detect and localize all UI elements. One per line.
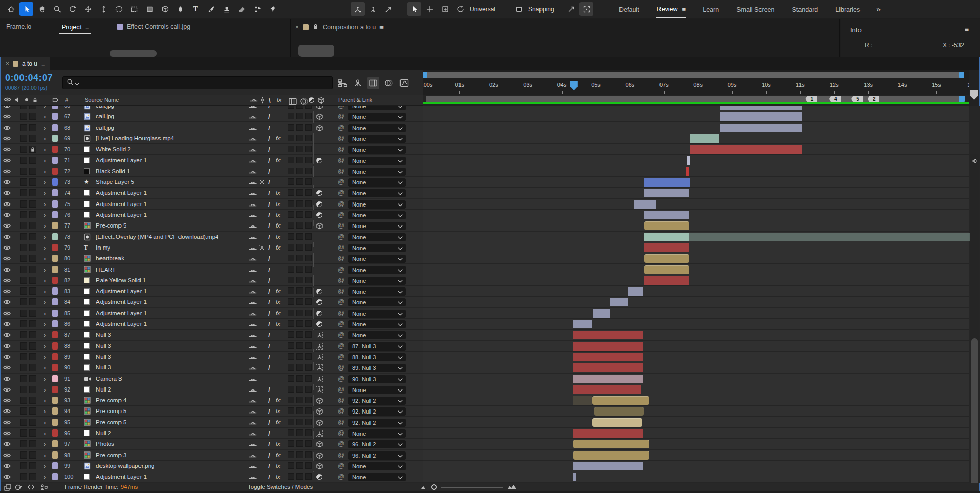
layer-row[interactable]: ›85Adjustment Layer 1/fx@None bbox=[1, 308, 423, 319]
pan-under-cursor-tool[interactable] bbox=[366, 2, 380, 16]
layer-name[interactable]: Null 2 bbox=[96, 428, 111, 438]
layer-switch-badge[interactable] bbox=[313, 133, 325, 144]
switch-cell[interactable] bbox=[288, 211, 294, 218]
shy-toggle[interactable] bbox=[249, 122, 257, 133]
layer-label-swatch[interactable] bbox=[52, 275, 58, 285]
quality-toggle[interactable]: / bbox=[268, 450, 270, 460]
fx-toggle[interactable]: fx bbox=[276, 461, 281, 471]
parent-dropdown[interactable]: 90. Null 3 bbox=[348, 375, 406, 383]
layer-duration-bar[interactable] bbox=[686, 167, 689, 176]
switch-cell[interactable] bbox=[296, 157, 303, 163]
fx-toggle[interactable]: fx bbox=[276, 297, 281, 307]
layer-visibility-toggle[interactable] bbox=[3, 471, 11, 482]
quality-toggle[interactable]: / bbox=[268, 395, 270, 405]
shy-toggle[interactable] bbox=[249, 144, 257, 154]
close-icon[interactable]: × bbox=[6, 60, 9, 67]
layer-visibility-toggle[interactable] bbox=[3, 275, 11, 285]
layer-visibility-toggle[interactable] bbox=[3, 428, 11, 438]
layer-duration-bar[interactable] bbox=[593, 309, 610, 318]
switch-cell[interactable] bbox=[296, 375, 303, 382]
shy-toggle[interactable] bbox=[249, 352, 257, 362]
shy-toggle[interactable] bbox=[249, 297, 257, 307]
pan-behind-tool[interactable] bbox=[81, 2, 95, 16]
switch-cell[interactable] bbox=[296, 397, 303, 403]
quality-toggle[interactable]: / bbox=[268, 384, 270, 395]
layer-visibility-toggle[interactable] bbox=[3, 297, 11, 307]
pen-tool[interactable] bbox=[173, 2, 187, 16]
switch-cell[interactable] bbox=[296, 331, 303, 338]
switch-cell[interactable] bbox=[296, 211, 303, 218]
shy-toggle[interactable] bbox=[249, 341, 257, 351]
layer-lane[interactable] bbox=[423, 461, 969, 471]
parent-dropdown[interactable]: None bbox=[348, 222, 406, 230]
comp-marker[interactable]: 2 bbox=[868, 95, 879, 102]
layer-expand-arrow[interactable]: › bbox=[44, 144, 46, 154]
layer-switch-badge[interactable] bbox=[313, 308, 325, 319]
switch-cell[interactable] bbox=[305, 266, 312, 273]
audio-toggle-cell[interactable] bbox=[20, 397, 27, 404]
switch-cell[interactable] bbox=[288, 157, 294, 163]
shy-toggle[interactable] bbox=[249, 439, 257, 449]
switch-cell[interactable] bbox=[296, 386, 303, 393]
layer-lane[interactable] bbox=[423, 352, 969, 362]
layer-expand-arrow[interactable]: › bbox=[44, 166, 46, 176]
parent-dropdown[interactable]: 89. Null 3 bbox=[348, 364, 406, 372]
layer-row[interactable]: ›99desktop wallpaper.png/fx@None bbox=[1, 461, 423, 471]
parent-pickwhip-icon[interactable]: @ bbox=[338, 352, 344, 362]
switch-cell[interactable] bbox=[305, 342, 312, 349]
layer-switch-badge[interactable] bbox=[313, 319, 325, 330]
layer-switch-badge[interactable] bbox=[313, 297, 325, 307]
layer-expand-arrow[interactable]: › bbox=[44, 450, 46, 460]
navigator-start-handle[interactable] bbox=[423, 72, 427, 78]
layer-name[interactable]: Adjustment Layer 1 bbox=[96, 308, 147, 318]
audio-toggle-cell[interactable] bbox=[20, 451, 27, 459]
audio-toggle-cell[interactable] bbox=[20, 211, 27, 218]
layer-label-swatch[interactable] bbox=[52, 330, 58, 340]
lock-toggle-cell[interactable] bbox=[29, 462, 36, 469]
switch-cell[interactable] bbox=[288, 397, 294, 403]
timeline-tab[interactable]: × a to u ≡ bbox=[1, 57, 50, 70]
quality-toggle[interactable]: / bbox=[268, 188, 270, 198]
layer-expand-arrow[interactable]: › bbox=[44, 417, 46, 427]
quality-toggle[interactable]: / bbox=[268, 341, 270, 351]
layer-visibility-toggle[interactable] bbox=[3, 374, 11, 384]
layer-visibility-toggle[interactable] bbox=[3, 352, 11, 362]
lock-toggle-cell[interactable] bbox=[29, 473, 36, 480]
layer-switch-badge[interactable] bbox=[313, 210, 325, 220]
layer-row[interactable]: ›97Photos/fx@96. Null 2 bbox=[1, 439, 423, 449]
layer-expand-arrow[interactable]: › bbox=[44, 199, 46, 209]
layer-visibility-toggle[interactable] bbox=[3, 461, 11, 471]
switch-cell[interactable] bbox=[305, 386, 312, 393]
layer-row[interactable]: ›79TIn my/fx@None bbox=[1, 242, 423, 253]
layer-switch-badge[interactable] bbox=[313, 461, 325, 471]
shy-toggle[interactable] bbox=[249, 133, 257, 143]
parent-pickwhip-icon[interactable]: @ bbox=[338, 133, 344, 143]
quality-toggle[interactable]: / bbox=[268, 144, 270, 154]
workspace-tab-standard[interactable]: Standard bbox=[791, 2, 819, 17]
layer-row[interactable]: ›88Null 3/@87. Null 3 bbox=[1, 341, 423, 352]
switch-cell[interactable] bbox=[305, 298, 312, 305]
layer-visibility-toggle[interactable] bbox=[3, 188, 11, 198]
audio-toggle-cell[interactable] bbox=[20, 178, 27, 186]
parent-pickwhip-icon[interactable]: @ bbox=[338, 428, 344, 438]
layer-label-swatch[interactable] bbox=[52, 199, 58, 209]
layer-switch-badge[interactable] bbox=[313, 384, 325, 395]
parent-dropdown[interactable]: None bbox=[348, 157, 406, 165]
layer-name[interactable]: call.jpg bbox=[96, 122, 114, 133]
quality-toggle[interactable]: / bbox=[268, 286, 270, 296]
switch-cell[interactable] bbox=[296, 287, 303, 294]
lock-toggle-cell[interactable] bbox=[29, 178, 36, 186]
layer-switch-badge[interactable] bbox=[313, 155, 325, 166]
layer-lane[interactable] bbox=[423, 417, 969, 428]
parent-dropdown[interactable]: None bbox=[348, 320, 406, 328]
fx-toggle[interactable]: fx bbox=[276, 133, 281, 143]
layer-name[interactable]: Pre-comp 5 bbox=[96, 220, 126, 231]
layer-label-swatch[interactable] bbox=[52, 253, 58, 263]
fx-toggle[interactable]: fx bbox=[276, 406, 281, 416]
zoom-slider-handle[interactable] bbox=[431, 484, 437, 490]
switch-cell[interactable] bbox=[288, 429, 294, 436]
lock-toggle-cell[interactable] bbox=[29, 419, 36, 426]
layer-expand-arrow[interactable]: › bbox=[44, 330, 46, 340]
parent-dropdown[interactable]: 92. Null 2 bbox=[348, 407, 406, 416]
parent-pickwhip-icon[interactable]: @ bbox=[338, 308, 344, 318]
